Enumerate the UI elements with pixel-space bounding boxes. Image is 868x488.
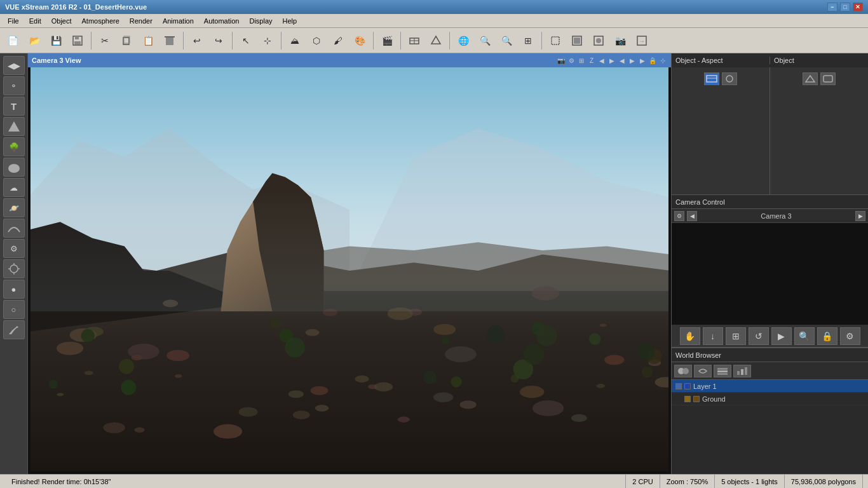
gear-tool[interactable]: ⚙ <box>3 239 25 258</box>
vp-lock-icon[interactable]: 🔒 <box>648 56 657 65</box>
aspect-icon-4[interactable] <box>820 72 836 85</box>
rock-tool[interactable] <box>3 158 25 177</box>
camera-right-btn[interactable]: ▶ <box>855 211 865 221</box>
minimize-button[interactable]: − <box>827 3 837 11</box>
svg-rect-29 <box>824 76 832 82</box>
export-button[interactable]: → <box>632 30 652 51</box>
wb-link-btn[interactable] <box>694 365 712 377</box>
undo-button[interactable]: ↩ <box>187 30 207 51</box>
render-region-button[interactable] <box>545 30 566 51</box>
camera-zoom-btn[interactable]: 🔍 <box>794 327 815 345</box>
open-button[interactable]: 📂 <box>24 30 44 51</box>
viewport-canvas[interactable] <box>28 67 671 474</box>
camera-rotate-btn[interactable]: ↺ <box>749 327 769 345</box>
redo-button[interactable]: ↪ <box>208 30 229 51</box>
aspect-icon-3[interactable] <box>803 72 818 85</box>
paint-button[interactable]: 🖌 <box>328 30 348 51</box>
wb-chart-btn[interactable] <box>733 365 751 377</box>
planet-tool[interactable]: 🪐 <box>3 198 25 217</box>
vp-grid-icon[interactable]: ⊞ <box>577 56 586 65</box>
tree-tool[interactable]: 🌳 <box>3 137 25 156</box>
timeline-button[interactable]: 🎬 <box>377 30 397 51</box>
circle-tool[interactable]: ⚬ <box>3 76 25 95</box>
svg-rect-5 <box>166 36 173 45</box>
save-as-button[interactable] <box>67 30 88 51</box>
wb-item-layer1[interactable]: Layer 1 <box>672 380 868 393</box>
wb-layers-btn[interactable] <box>714 365 731 377</box>
world-browser-title: World Browser <box>672 348 868 362</box>
vp-nav2-icon[interactable]: ▶ <box>628 56 637 65</box>
zoom-in-button[interactable]: 🔍 <box>475 30 495 51</box>
menu-display[interactable]: Display <box>244 14 277 27</box>
vp-more-icon[interactable]: ▶ <box>638 56 647 65</box>
paste-button[interactable]: 📋 <box>138 30 158 51</box>
object-aspect-content <box>672 67 868 194</box>
light-tool[interactable] <box>3 259 25 278</box>
vp-arrow-icon[interactable]: ◀ <box>597 56 606 65</box>
frame-button[interactable]: ⊞ <box>518 30 538 51</box>
camera-down-btn[interactable]: ↓ <box>703 327 723 345</box>
new-button[interactable]: 📄 <box>3 30 23 51</box>
menu-edit[interactable]: Edit <box>24 14 46 27</box>
vp-expand-icon[interactable]: ⊹ <box>658 56 667 65</box>
object-aspect-header: Object - Aspect Object <box>672 53 868 67</box>
svg-rect-25 <box>707 76 717 82</box>
menu-atmosphere[interactable]: Atmosphere <box>77 14 125 27</box>
proj2-button[interactable] <box>426 30 446 51</box>
camera-move-btn[interactable]: ✋ <box>680 327 700 345</box>
camera-prev-btn[interactable]: ⚙ <box>674 211 684 221</box>
menu-object[interactable]: Object <box>46 14 77 27</box>
paint-brush-tool[interactable] <box>3 320 25 339</box>
globe-button[interactable]: 🌐 <box>453 30 473 51</box>
svg-point-15 <box>596 38 601 43</box>
vp-settings-icon[interactable]: ⚙ <box>567 56 576 65</box>
camera-settings-btn[interactable]: ⚙ <box>840 327 860 345</box>
svg-rect-1 <box>75 36 79 39</box>
color-button[interactable]: 🎨 <box>349 30 370 51</box>
menu-bar: File Edit Object Atmosphere Render Anima… <box>0 14 868 28</box>
delete-button[interactable] <box>159 30 180 51</box>
vp-nav1-icon[interactable]: ◀ <box>618 56 627 65</box>
vp-camera-icon[interactable]: 📷 <box>557 56 566 65</box>
maximize-button[interactable]: □ <box>840 3 850 11</box>
cut-button[interactable]: ✂ <box>95 30 115 51</box>
render-button[interactable] <box>567 30 587 51</box>
arrow-expand-tool[interactable]: ◀▶ <box>3 56 25 75</box>
camera-play-btn[interactable]: ▶ <box>771 327 792 345</box>
copy-button[interactable] <box>116 30 137 51</box>
status-bar: Finished! Render time: 0h15'38" 2 CPU Zo… <box>0 474 868 488</box>
wb-item-ground[interactable]: Ground <box>672 393 868 405</box>
camera-lock-btn[interactable]: 🔒 <box>817 327 837 345</box>
wb-add-btn[interactable] <box>674 365 692 377</box>
camera-left-btn[interactable]: ◀ <box>687 211 697 221</box>
add-object-button[interactable]: ⬡ <box>306 30 327 51</box>
proj1-button[interactable] <box>404 30 424 51</box>
vp-arrow2-icon[interactable]: ▶ <box>607 56 616 65</box>
menu-animation[interactable]: Animation <box>158 14 199 27</box>
aspect-left <box>672 67 770 194</box>
close-button[interactable]: ✕ <box>853 3 863 11</box>
menu-file[interactable]: File <box>3 14 24 27</box>
menu-automation[interactable]: Automation <box>199 14 245 27</box>
select-all-tool[interactable]: ⊹ <box>257 30 278 51</box>
mountain-tool[interactable] <box>3 117 25 136</box>
aspect-icon-1[interactable] <box>704 72 719 85</box>
aspect-icon-2[interactable] <box>722 72 737 85</box>
zoom-out-button[interactable]: 🔍 <box>496 30 517 51</box>
right-panel: Object - Aspect Object <box>671 53 868 474</box>
menu-render[interactable]: Render <box>125 14 158 27</box>
text-tool[interactable]: T <box>3 97 25 116</box>
select-tool[interactable]: ↖ <box>236 30 256 51</box>
circle-small-tool[interactable]: ● <box>3 280 25 299</box>
camera-frame-btn[interactable]: ⊞ <box>726 327 746 345</box>
circle-outline-tool[interactable]: ○ <box>3 300 25 319</box>
menu-help[interactable]: Help <box>278 14 302 27</box>
terrain-button[interactable]: ⛰ <box>285 30 305 51</box>
svg-rect-37 <box>745 367 747 375</box>
objects-status: 5 objects - 1 lights <box>715 475 785 488</box>
cloud-tool[interactable]: ☁ <box>3 178 25 197</box>
camera-render-button[interactable]: 📷 <box>610 30 630 51</box>
render3-button[interactable] <box>588 30 609 51</box>
save-button[interactable]: 💾 <box>46 30 66 51</box>
curve-tool[interactable] <box>3 219 25 238</box>
